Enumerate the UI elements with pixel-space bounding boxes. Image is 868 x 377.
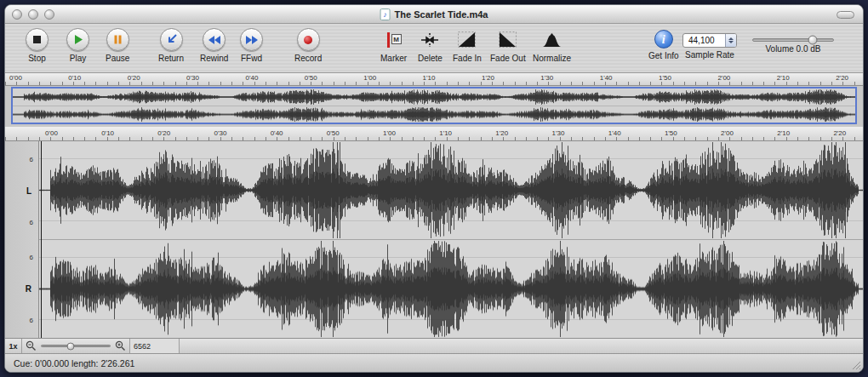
zoom-button[interactable] [44,9,54,20]
volume-slider[interactable] [752,38,834,42]
normalize-icon [542,28,562,51]
ruler-tick-label: 0'50 [327,129,340,137]
ruler-tick-label: 1'40 [608,129,621,137]
db-label-l-bottom: 6 [30,218,33,226]
ruler-tick-label: 2'00 [717,74,730,82]
delete-button[interactable]: Delete [418,28,443,63]
sample-rate-label: Sample Rate [685,50,734,60]
play-button[interactable]: Play [66,28,89,63]
toolbar: Stop Play Pause Return [5,24,863,73]
return-button[interactable]: Return [158,28,184,63]
zoom-in-icon[interactable] [115,340,126,351]
record-icon [297,28,320,51]
marker-flag-letter: M [391,34,402,44]
ruler-tick-label: 0'30 [186,74,199,82]
right-channel[interactable] [39,240,863,339]
fade-out-button[interactable]: Fade Out [490,28,526,63]
return-label: Return [158,54,184,63]
samples-per-pixel-field[interactable]: 6562 [130,339,180,353]
ruler-tick-label: 0'00 [9,74,22,82]
toolbar-toggle-button[interactable] [837,11,854,19]
get-info-label: Get Info [648,51,679,60]
marker-label: Marker [380,54,407,63]
document-music-icon: ♪ [380,9,391,20]
rewind-button[interactable]: Rewind [200,28,228,63]
pause-button[interactable]: Pause [106,28,129,63]
ruler-tick-label: 2'20 [833,129,846,137]
ruler-tick-label: 0'50 [305,74,317,82]
ruler-tick-label: 0'30 [214,129,227,137]
overview-strip [5,86,863,127]
ruler-tick-label: 0'40 [245,74,258,82]
right-channel-label: R [26,284,31,294]
db-label-l-top: 6 [30,155,33,163]
cue-playhead[interactable] [41,141,42,338]
close-button[interactable] [12,9,22,20]
marker-button[interactable]: M Marker [380,28,407,63]
status-bar: Cue: 0'00.000 length: 2'26.261 [5,353,863,372]
bottom-bar: 1x 6562 [5,338,863,353]
record-button[interactable]: Record [294,28,322,63]
db-gutter: 6 L 6 6 R 6 [5,141,39,338]
record-label: Record [294,54,322,63]
main-ruler[interactable]: 0'000'100'200'300'400'501'001'101'201'30… [5,127,863,141]
ruler-tick-label: 0'10 [68,74,81,82]
delete-label: Delete [418,54,443,63]
stop-button[interactable]: Stop [26,28,49,63]
horizontal-scroll-track[interactable] [180,339,863,353]
ruler-tick-label: 2'10 [777,129,790,137]
ruler-tick-label: 0'20 [128,74,140,82]
fade-in-button[interactable]: Fade In [453,28,482,63]
overview-left-channel[interactable] [13,89,855,106]
window-title: The Scarlet Tide.m4a [395,9,488,20]
stop-label: Stop [28,54,46,63]
screen: { "window": { "title": "The Scarlet Tide… [0,0,868,377]
pause-label: Pause [106,54,129,63]
sample-rate-value: 44,100 [688,36,715,45]
ruler-tick-label: 0'00 [45,129,58,137]
rewind-icon [203,28,226,51]
pause-icon [106,28,129,51]
return-icon [160,28,183,51]
ruler-tick-label: 1'00 [363,74,376,82]
info-icon: i [654,30,673,49]
waveform-left[interactable] [39,141,863,239]
minimize-button[interactable] [28,9,38,20]
zoom-out-icon[interactable] [26,340,37,351]
title-bar: ♪ The Scarlet Tide.m4a [5,5,863,24]
main-wave-area: 6 L 6 6 R 6 [5,141,863,338]
stepper-icon[interactable] [725,34,736,47]
fade-out-label: Fade Out [490,54,526,63]
ruler-tick-label: 0'10 [101,129,114,137]
ffwd-button[interactable]: FFwd [240,28,263,63]
overview-ruler[interactable]: 0'000'100'200'300'400'501'001'101'201'30… [5,73,863,86]
overview-right-channel[interactable] [13,106,855,123]
normalize-button[interactable]: Normalize [533,28,571,63]
waveform-region[interactable] [39,141,863,338]
ruler-tick-label: 1'30 [552,129,565,137]
stop-icon [26,28,49,51]
ruler-tick-label: 2'00 [721,129,734,137]
resize-grip[interactable] [850,359,861,370]
get-info-button[interactable]: i Get Info [648,28,679,60]
ruler-tick-label: 1'10 [439,129,452,137]
left-channel[interactable] [39,141,863,240]
fade-in-icon [458,28,476,51]
overview-ruler-ticks: 0'000'100'200'300'400'501'001'101'201'30… [9,73,861,85]
zoom-slider-thumb[interactable] [66,342,74,350]
overview-selection[interactable] [11,87,857,124]
sample-rate-select[interactable]: 44,100 [682,33,737,48]
zoom-controls [22,339,130,353]
overview-waveform-right[interactable] [13,106,855,123]
zoom-slider[interactable] [41,345,111,347]
window-title-area: ♪ The Scarlet Tide.m4a [380,5,488,24]
main-ruler-ticks: 0'000'100'200'300'400'501'001'101'201'30… [45,127,861,140]
db-label-r-top: 6 [30,254,33,261]
volume-slider-thumb[interactable] [808,36,817,45]
ruler-tick-label: 1'50 [665,129,677,137]
ruler-tick-label: 1'40 [600,74,613,82]
volume-label: Volume 0.0 dB [765,44,820,54]
waveform-right[interactable] [39,240,863,339]
ruler-tick-label: 2'10 [777,74,790,82]
overview-waveform-left[interactable] [13,89,855,106]
